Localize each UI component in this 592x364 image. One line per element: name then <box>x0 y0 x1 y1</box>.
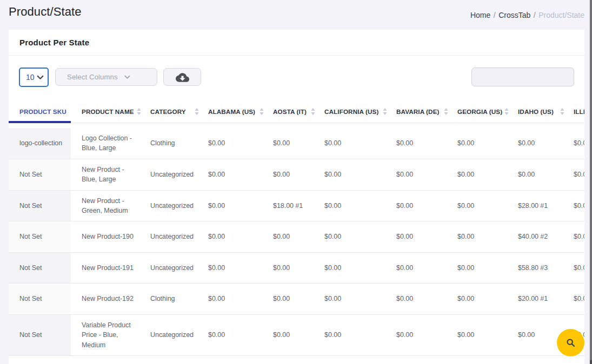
breadcrumb-separator: / <box>534 11 536 19</box>
table-cell: $0.00 <box>262 253 314 284</box>
crosstab-table: PRODUCT SKUPRODUCT NAMECATEGORYALABAMA (… <box>9 100 584 356</box>
page-size-select[interactable]: 10 <box>19 68 49 87</box>
table-cell: $0.00 <box>447 159 507 191</box>
scrollbar-thumb[interactable] <box>590 0 592 364</box>
download-button[interactable] <box>163 68 201 86</box>
table-row: Not SetNew Product-191Uncategorized$0.00… <box>9 253 584 284</box>
table-cell: $0.00 <box>314 221 385 253</box>
table-cell: $0.00 <box>563 284 584 315</box>
table-cell: $0.00 <box>314 159 385 191</box>
table-cell: New Product-192 <box>71 284 139 315</box>
table-cell: $0.00 <box>262 159 314 191</box>
column-label: PRODUCT SKU <box>19 108 66 115</box>
breadcrumb-separator: / <box>494 11 496 19</box>
table-cell: $58.80 #3 <box>507 253 563 284</box>
table-cell: Logo Collection - Blue, Large <box>71 128 139 159</box>
topbar: Product/State Home / CrossTab / Product/… <box>9 0 584 30</box>
table-cell: $0.00 <box>314 315 385 356</box>
search-input <box>471 68 574 86</box>
table-cell: $40.00 #2 <box>507 221 563 253</box>
table-row: Not SetNew Product-192Clothing$0.00$0.00… <box>9 284 584 315</box>
column-label: ILLINOIS (US) <box>574 108 584 115</box>
table-cell: $0.00 <box>314 284 385 315</box>
table-cell: $0.00 <box>563 253 584 284</box>
column-header-illinois-us[interactable]: ILLINOIS (US) <box>563 100 584 123</box>
column-label: CALIFORNIA (US) <box>324 108 378 115</box>
table-cell: Clothing <box>139 128 197 159</box>
column-label: CATEGORY <box>150 108 186 115</box>
table-cell: $0.00 <box>447 253 507 284</box>
table-cell: Uncategorized <box>139 315 197 356</box>
table-cell: $0.00 <box>197 221 262 253</box>
table-cell: Clothing <box>139 284 197 315</box>
breadcrumb-crosstab[interactable]: CrossTab <box>498 11 530 19</box>
table-cell: $0.00 <box>385 253 447 284</box>
chevron-down-icon <box>37 75 44 80</box>
table-cell: $0.00 <box>447 128 507 159</box>
table-cell: $0.00 <box>563 221 584 253</box>
table-cell: $0.00 <box>563 159 584 191</box>
column-header-product-sku[interactable]: PRODUCT SKU <box>9 100 71 123</box>
select-columns-dropdown[interactable]: Select Columns <box>55 68 157 86</box>
cell-product-sku: logo-collection <box>9 128 71 159</box>
chevron-down-icon <box>124 75 130 79</box>
table-cell: $0.00 <box>197 191 262 222</box>
table-cell: $0.00 <box>385 284 447 315</box>
table-cell: $0.00 <box>447 221 507 253</box>
table-row: Not SetVariable Product Price - Blue, Me… <box>9 315 584 356</box>
column-label: GEORGIA (US) <box>457 108 502 115</box>
table-cell: $0.00 <box>262 315 314 356</box>
card-product-per-state: Product Per State 10 Select Columns PROD… <box>9 30 584 364</box>
card-title: Product Per State <box>19 38 89 47</box>
scrollbar-gutter <box>584 0 589 364</box>
table-cell: $0.00 <box>197 159 262 191</box>
cell-product-sku: Not Set <box>9 159 71 191</box>
table-cell: $0.00 <box>507 315 563 356</box>
column-label: AOSTA (IT) <box>273 108 307 115</box>
cell-product-sku: Not Set <box>9 191 71 222</box>
page-size-value: 10 <box>26 73 35 82</box>
table-cell: $0.00 <box>385 159 447 191</box>
column-header-california-us[interactable]: CALIFORNIA (US) <box>314 100 385 123</box>
breadcrumb-home[interactable]: Home <box>470 11 490 19</box>
table-cell: $0.00 <box>262 128 314 159</box>
column-header-product-name[interactable]: PRODUCT NAME <box>71 100 139 123</box>
table-cell: $0.00 <box>447 284 507 315</box>
table-cell: Variable Product Price - Blue, Medium <box>71 315 139 356</box>
table-cell: Uncategorized <box>139 253 197 284</box>
scrollbar-corner <box>590 360 592 364</box>
table-cell: $0.00 <box>447 191 507 222</box>
cell-product-sku: Not Set <box>9 315 71 356</box>
column-header-aosta-it[interactable]: AOSTA (IT) <box>262 100 314 123</box>
column-header-bavaria-de[interactable]: BAVARIA (DE) <box>385 100 447 123</box>
search-icon <box>566 338 576 348</box>
table-cell: New Product - Blue, Large <box>71 159 139 191</box>
table-cell: $0.00 <box>507 128 563 159</box>
select-columns-label: Select Columns <box>67 73 118 81</box>
column-header-georgia-us[interactable]: GEORGIA (US) <box>447 100 507 123</box>
cell-product-sku: Not Set <box>9 221 71 253</box>
table-row: logo-collectionLogo Collection - Blue, L… <box>9 128 584 159</box>
table-cell: Uncategorized <box>139 221 197 253</box>
table-cell: $0.00 <box>385 191 447 222</box>
table-row: Not SetNew Product - Green, MediumUncate… <box>9 191 584 222</box>
page-title: Product/State <box>9 5 82 19</box>
table-cell: $0.00 <box>563 128 584 159</box>
table-cell: $0.00 <box>262 284 314 315</box>
table-cell: $18.00 #1 <box>262 191 314 222</box>
column-header-alabama-us[interactable]: ALABAMA (US) <box>197 100 262 123</box>
fab-search-button[interactable] <box>557 329 584 356</box>
breadcrumb-current: Product/State <box>538 11 584 19</box>
column-header-idaho-us[interactable]: IDAHO (US) <box>507 100 563 123</box>
table-cell: $0.00 <box>262 221 314 253</box>
table-cell: $28.00 #1 <box>507 191 563 222</box>
column-header-category[interactable]: CATEGORY <box>139 100 197 123</box>
column-label: PRODUCT NAME <box>82 108 134 115</box>
card-header: Product Per State <box>9 30 584 56</box>
column-label: BAVARIA (DE) <box>396 108 440 115</box>
table-cell: New Product-191 <box>71 253 139 284</box>
table-cell: $0.00 <box>314 253 385 284</box>
table-row: Not SetNew Product-190Uncategorized$0.00… <box>9 221 584 253</box>
table-container: PRODUCT SKUPRODUCT NAMECATEGORYALABAMA (… <box>9 100 584 356</box>
table-cell: Uncategorized <box>139 159 197 191</box>
